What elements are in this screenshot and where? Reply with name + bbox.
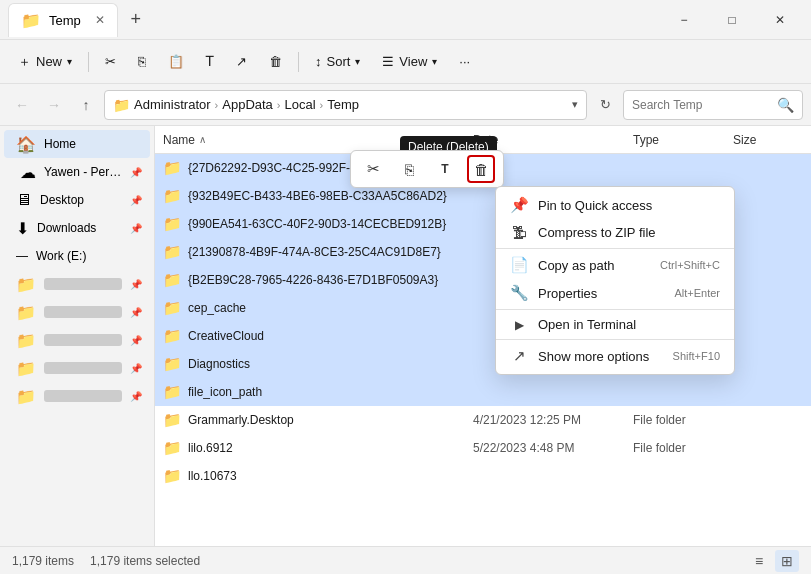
minimize-button[interactable]: − [661,4,707,36]
grid-view-button[interactable]: ⊞ [775,550,799,572]
sidebar-item-desktop[interactable]: 🖥 Desktop 📌 [4,186,150,214]
new-button[interactable]: ＋ New ▾ [8,46,82,78]
breadcrumb-dropdown-icon[interactable]: ▾ [572,98,578,111]
share-button[interactable]: ↗ [226,46,257,78]
file-date: 5/22/2023 4:48 PM [473,441,633,455]
back-button[interactable]: ← [8,91,36,119]
rename-icon: Ꭲ [206,53,214,70]
cm-item-zip[interactable]: 🗜 Compress to ZIP file [496,219,734,246]
mini-toolbar: ✂ ⎘ T 🗑 [350,150,504,188]
pin-icon-b4: 📌 [130,363,142,374]
col-type-header[interactable]: Type [633,133,733,147]
sort-chevron-icon: ▾ [355,56,360,67]
cut-button[interactable]: ✂ [95,46,126,78]
item-count: 1,179 items [12,554,74,568]
paste-icon: 📋 [168,54,184,69]
sidebar-item-home[interactable]: 🏠 Home [4,130,150,158]
file-name: {B2EB9C28-7965-4226-8436-E7D1BF0509A3} [188,273,473,287]
sidebar-blurred-2-label [44,306,122,318]
copy-path-icon-cm: 📄 [510,256,528,274]
selected-count: 1,179 items selected [90,554,200,568]
tab-title: Temp [49,13,81,28]
new-tab-button[interactable]: + [122,6,150,34]
mini-cut-button[interactable]: ✂ [359,155,387,183]
sort-arrow-icon: ∧ [199,134,206,145]
sidebar-yawen-label: Yawen - Persona... [44,165,122,179]
breadcrumb-local[interactable]: Local [285,97,316,112]
maximize-button[interactable]: □ [709,4,755,36]
folder-icon: 📁 [163,411,182,429]
pin-icon-3: 📌 [130,223,142,234]
refresh-button[interactable]: ↻ [591,91,619,119]
view-icon: ☰ [382,54,394,69]
properties-icon-cm: 🔧 [510,284,528,302]
folder-icon: 📁 [163,467,182,485]
table-row[interactable]: 📁 Grammarly.Desktop 4/21/2023 12:25 PM F… [155,406,811,434]
folder-icon-b3: 📁 [16,331,36,350]
sidebar-item-blurred-5[interactable]: 📁 📌 [4,382,150,410]
rename-button[interactable]: Ꭲ [196,46,224,78]
mini-delete-button[interactable]: 🗑 [467,155,495,183]
sidebar-item-work[interactable]: — Work (E:) [4,242,150,270]
mini-rename-button[interactable]: T [431,155,459,183]
separator-2 [298,52,299,72]
downloads-icon: ⬇ [16,219,29,238]
list-view-button[interactable]: ≡ [747,550,771,572]
col-date-header[interactable]: Date [473,133,633,147]
sort-button[interactable]: ↕ Sort ▾ [305,46,370,78]
more-options-icon-cm: ↗ [510,347,528,365]
breadcrumb[interactable]: 📁 Administrator › AppData › Local › Temp… [104,90,587,120]
view-button[interactable]: ☰ View ▾ [372,46,447,78]
pin-icon-b5: 📌 [130,391,142,402]
col-size-header[interactable]: Size [733,133,803,147]
sidebar-item-blurred-3[interactable]: 📁 📌 [4,326,150,354]
cm-item-more-options[interactable]: ↗ Show more options Shift+F10 [496,342,734,370]
table-row[interactable]: 📁 llo.10673 [155,462,811,490]
breadcrumb-admin[interactable]: Administrator [134,97,211,112]
pin-icon-b1: 📌 [130,279,142,290]
cm-item-properties[interactable]: 🔧 Properties Alt+Enter [496,279,734,307]
search-box[interactable]: 🔍 [623,90,803,120]
breadcrumb-temp[interactable]: Temp [327,97,359,112]
home-icon: 🏠 [16,135,36,154]
cm-item-pin[interactable]: 📌 Pin to Quick access [496,191,734,219]
file-name: cep_cache [188,301,473,315]
search-input[interactable] [632,98,771,112]
sidebar-blurred-1-label [44,278,122,290]
sort-icon: ↕ [315,54,322,69]
pin-icon-b3: 📌 [130,335,142,346]
file-type: File folder [633,413,733,427]
up-button[interactable]: ↑ [72,91,100,119]
sidebar-item-yawen[interactable]: ☁ Yawen - Persona... 📌 [4,158,150,186]
separator-1 [88,52,89,72]
context-menu: 📌 Pin to Quick access 🗜 Compress to ZIP … [495,186,735,375]
sidebar-desktop-label: Desktop [40,193,122,207]
sidebar-item-downloads[interactable]: ⬇ Downloads 📌 [4,214,150,242]
sidebar-item-blurred-1[interactable]: 📁 📌 [4,270,150,298]
active-tab[interactable]: 📁 Temp ✕ [8,3,118,37]
cm-shortcut-more-options: Shift+F10 [673,350,720,362]
tab-bar: 📁 Temp ✕ + [8,3,661,37]
search-icon: 🔍 [777,97,794,113]
more-button[interactable]: ··· [449,46,480,78]
cm-item-terminal[interactable]: ▶ Open in Terminal [496,312,734,337]
mini-copy-button[interactable]: ⎘ [395,155,423,183]
paste-button[interactable]: 📋 [158,46,194,78]
delete-button[interactable]: 🗑 [259,46,292,78]
cm-label-copy-path: Copy as path [538,258,650,273]
tab-close-button[interactable]: ✕ [95,13,105,27]
sidebar-item-blurred-2[interactable]: 📁 📌 [4,298,150,326]
cm-shortcut-properties: Alt+Enter [674,287,720,299]
table-row[interactable]: 📁 lilo.6912 5/22/2023 4:48 PM File folde… [155,434,811,462]
cm-item-copy-path[interactable]: 📄 Copy as path Ctrl+Shift+C [496,251,734,279]
pin-icon-2: 📌 [130,195,142,206]
pin-icon-cm: 📌 [510,196,528,214]
sidebar-item-blurred-4[interactable]: 📁 📌 [4,354,150,382]
forward-button[interactable]: → [40,91,68,119]
col-size-label: Size [733,133,756,147]
table-row[interactable]: 📁 file_icon_path [155,378,811,406]
copy-button[interactable]: ⎘ [128,46,156,78]
close-button[interactable]: ✕ [757,4,803,36]
breadcrumb-appdata[interactable]: AppData [222,97,273,112]
window-controls: − □ ✕ [661,4,803,36]
